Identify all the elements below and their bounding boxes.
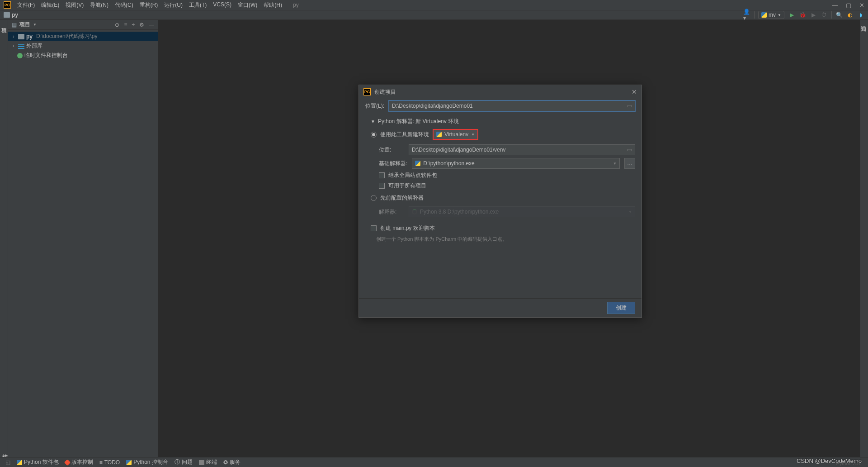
interpreter-section-header[interactable]: ▼ Python 解释器: 新 Virtualenv 环境 [371, 118, 635, 125]
menu-help[interactable]: 帮助(H) [261, 0, 285, 10]
checkbox-all-projects[interactable] [379, 183, 385, 189]
project-panel-tools: ⊙ ≡ ÷ ⚙ — [115, 22, 154, 28]
tree-external-lib[interactable]: › 外部库 [8, 41, 158, 51]
python-version-indicator: Python 3.8 [836, 461, 860, 466]
location-input[interactable]: D:\Desktop\digital\djangoDemo01 ▭ [389, 100, 635, 111]
maximize-icon[interactable]: ▢ [846, 2, 851, 9]
status-python-packages[interactable]: Python 软件包 [17, 458, 59, 466]
left-tool-gutter: 项目 [0, 20, 8, 457]
debug-icon[interactable]: 🐞 [799, 11, 806, 19]
status-services[interactable]: ✪ 服务 [223, 458, 241, 466]
python-icon [761, 12, 767, 18]
status-terminal[interactable]: 终端 [199, 458, 217, 466]
status-todo[interactable]: ≡ TODO [99, 459, 120, 466]
project-tree: › py D:\document\代码练习\py › 外部库 临时文件和控制台 [8, 30, 158, 62]
menu-edit[interactable]: 编辑(E) [38, 0, 62, 10]
create-button[interactable]: 创建 [607, 302, 635, 314]
chevron-right-icon[interactable]: › [11, 43, 16, 48]
new-project-dialog: PC 创建项目 ✕ 位置(L): D:\Desktop\digital\djan… [359, 85, 642, 318]
add-user-icon[interactable]: 👤▾ [743, 11, 750, 19]
project-view-icon: ▤ [12, 22, 17, 28]
menu-code[interactable]: 代码(C) [112, 0, 136, 10]
base-interpreter-select[interactable]: D:\python\python.exe ▼ [412, 158, 620, 169]
project-panel-title: 项目 [19, 21, 30, 29]
checkbox-inherit[interactable] [379, 172, 385, 178]
right-tool-gutter [860, 20, 868, 457]
project-tool-window: ▤ 项目 ▼ ⊙ ≡ ÷ ⚙ — › py D:\document\代码练习\p… [8, 20, 158, 457]
status-python-console[interactable]: Python 控制台 [126, 458, 168, 466]
python-icon [436, 132, 442, 137]
tree-item-label: 临时文件和控制台 [24, 52, 68, 59]
menu-tools[interactable]: 工具(T) [186, 0, 209, 10]
status-vcs[interactable]: 版本控制 [65, 458, 93, 466]
browse-icon[interactable]: ▭ [627, 103, 632, 109]
collapse-all-icon[interactable]: ÷ [132, 22, 135, 28]
radio-existing-env-label: 先前配置的解释器 [380, 194, 424, 202]
todo-icon: ≡ [99, 459, 103, 466]
tree-root-label: py [26, 33, 33, 40]
chevron-down-icon: ▼ [371, 119, 375, 124]
location-label: 位置(L): [365, 102, 384, 110]
tree-root-item[interactable]: › py D:\document\代码练习\py [8, 32, 158, 41]
python-icon [126, 460, 132, 465]
loading-icon [412, 209, 417, 214]
run-config-name: mv [769, 12, 776, 18]
profile-icon[interactable]: ⏱ [821, 11, 828, 19]
gear-icon[interactable]: ⚙ [139, 22, 144, 28]
chevron-down-icon: ▼ [613, 162, 617, 166]
chevron-down-icon: ▼ [628, 210, 632, 214]
folder-icon [4, 12, 10, 18]
python-icon [415, 161, 420, 166]
close-icon[interactable]: ✕ [632, 88, 637, 95]
tool-window-button[interactable]: ◱ [5, 459, 10, 466]
scratch-icon [17, 53, 23, 58]
expand-all-icon[interactable]: ≡ [124, 22, 127, 28]
separator [831, 11, 832, 19]
radio-existing-env[interactable] [371, 195, 377, 201]
terminal-icon [199, 460, 204, 465]
run-config-selector[interactable]: mv ▼ [758, 11, 784, 19]
menu-navigate[interactable]: 导航(N) [87, 0, 111, 10]
dialog-body: 位置(L): D:\Desktop\digital\djangoDemo01 ▭… [359, 99, 642, 298]
run-coverage-icon[interactable]: ▶ [810, 11, 817, 19]
menu-refactor[interactable]: 重构(R) [137, 0, 161, 10]
app-icon: PC [4, 1, 11, 9]
toolbar-right: 👤▾ mv ▼ ▶ 🐞 ▶ ⏱ 🔍 ◐ ◗ [743, 11, 864, 19]
radio-new-env[interactable] [371, 132, 377, 138]
menu-run[interactable]: 运行(U) [161, 0, 185, 10]
minimize-icon[interactable]: — [832, 2, 838, 9]
browse-icon[interactable]: ▭ [627, 147, 632, 153]
search-icon[interactable]: 🔍 [835, 11, 843, 19]
chevron-down-icon[interactable]: ▼ [33, 23, 37, 27]
code-with-me-icon[interactable]: ◗ [857, 11, 864, 19]
menu-window[interactable]: 窗口(W) [235, 0, 260, 10]
close-icon[interactable]: ✕ [859, 2, 864, 9]
breadcrumb-root[interactable]: py [12, 12, 18, 18]
git-icon [64, 459, 71, 465]
ide-settings-icon[interactable]: ◐ [846, 11, 854, 19]
checkbox-welcome-script[interactable] [371, 225, 377, 231]
menu-view[interactable]: 视图(V) [63, 0, 86, 10]
app-icon: PC [363, 88, 371, 95]
folder-icon [18, 34, 24, 39]
titlebar-project-name: py [293, 2, 299, 8]
menu-vcs[interactable]: VCS(S) [210, 0, 234, 10]
status-problems[interactable]: ⓘ 问题 [175, 458, 193, 466]
menu-file[interactable]: 文件(F) [14, 0, 38, 10]
hide-icon[interactable]: — [149, 22, 154, 28]
existing-interpreter-label: 解释器: [379, 208, 404, 216]
dialog-footer: 创建 [359, 298, 642, 317]
editor-area: PC 创建项目 ✕ 位置(L): D:\Desktop\digital\djan… [158, 20, 860, 457]
browse-button[interactable]: … [624, 158, 635, 169]
base-interpreter-label: 基础解释器: [379, 160, 407, 167]
venv-location-input[interactable]: D:\Desktop\digital\djangoDemo01\venv ▭ [409, 144, 635, 155]
new-env-radio-row: 使用此工具新建环境 Virtualenv ▼ [371, 129, 635, 140]
run-icon[interactable]: ▶ [788, 11, 795, 19]
chevron-right-icon[interactable]: › [11, 34, 16, 39]
locate-icon[interactable]: ⊙ [115, 22, 119, 28]
menu-bar: 文件(F) 编辑(E) 视图(V) 导航(N) 代码(C) 重构(R) 运行(U… [14, 0, 285, 10]
tree-scratches[interactable]: 临时文件和控制台 [8, 51, 158, 60]
python-icon [17, 460, 22, 465]
checkbox-welcome-label: 创建 main.py 欢迎脚本 [380, 224, 435, 232]
env-tool-select[interactable]: Virtualenv ▼ [433, 129, 478, 140]
